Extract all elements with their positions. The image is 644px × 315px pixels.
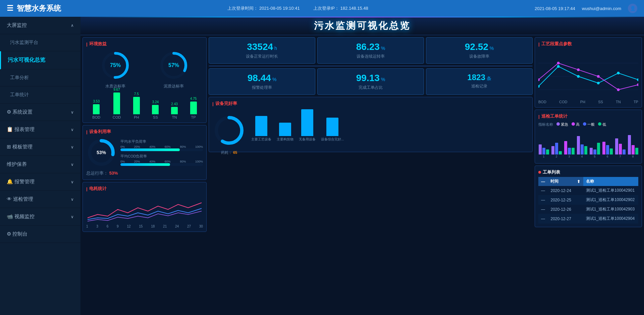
bar-bod: 3.53 BOD (92, 100, 100, 119)
bar-tp: 4.75 TP (190, 97, 197, 119)
sidebar-item-workorder-stats[interactable]: 工单统计 (0, 86, 80, 104)
stat-inspection-record: 1823 条 巡检记录 (426, 68, 533, 95)
stat-alarm-number: 98.44 (248, 73, 271, 83)
sidebar-item-sewage-monitor[interactable]: 污水监测平台 (0, 34, 80, 51)
top-stats: 33524 h 设备正常运行时长 86.23 % 设备连续运转率 92.52 %… (209, 37, 533, 64)
app-title: 智慧水务系统 (17, 3, 61, 13)
user-email: wushui@admin.com (582, 6, 621, 11)
env-panel-title: 环境效益 (86, 41, 203, 47)
svg-text:75%: 75% (110, 62, 121, 68)
stat-fault: 92.52 % 设备故障率 (426, 37, 533, 64)
electric-x-labels: 136912151821242730 (86, 225, 203, 228)
sidebar-arrow-report: ∨ (71, 127, 74, 132)
svg-point-39 (597, 82, 600, 84)
equip-complete-title: 设备完好率 (212, 101, 529, 107)
inspection-panel-title: 巡检工单统计 (538, 113, 638, 119)
stat-fault-number: 92.52 (465, 42, 488, 52)
sludge-quality-svg: 57% (159, 50, 189, 80)
equip-bars: 主要工艺设备 主要构筑物 无备用设备 (251, 109, 529, 142)
sludge-quality-circle: 57% 泥质达标率 (159, 50, 189, 89)
device-panel-title: 设备利用率 (86, 129, 203, 135)
avg-cod-label: 平均COD负荷率 (120, 154, 203, 159)
bar-tn: 2.43 TN (171, 102, 178, 119)
sidebar-item-inspection-management[interactable]: 👁 巡检管理 ∨ (0, 191, 80, 208)
stat-alarm-label: 报警处理率 (213, 85, 311, 90)
sidebar-item-bigscreen[interactable]: 大屏监控 ∧ (0, 17, 80, 34)
stat-insp-label: 巡检记录 (430, 83, 528, 89)
sidebar-item-workorder-analysis[interactable]: 工单分析 (0, 69, 80, 86)
table-row[interactable]: — 2020-12-26 测试1_巡检工单100042903 (538, 205, 638, 214)
total-rate: 总运行率： 53% (86, 170, 203, 176)
svg-text:57%: 57% (168, 62, 179, 68)
stat-workorder-ratio: 99.13 % 完成工单占比 (317, 68, 424, 95)
equip-donut: 药耗： 65 (212, 114, 246, 148)
stat-runtime-number: 33524 (247, 42, 273, 52)
sidebar-arrow-settings: ∨ (71, 110, 74, 115)
stat-wo-label: 完成工单占比 (322, 85, 420, 90)
page-title-bar: 污水监测可视化总览 (80, 17, 644, 35)
sidebar-item-maintenance[interactable]: 维护保养 ∨ (0, 156, 80, 173)
stat-fault-label: 设备故障率 (430, 54, 528, 59)
svg-point-44 (577, 68, 580, 71)
bar-ph: 7.5 PH (133, 92, 140, 119)
menu-icon[interactable]: ☰ (7, 4, 13, 13)
workorder-list-title: 工单列表 (543, 169, 560, 175)
device-gauge: 53% (86, 137, 116, 168)
sidebar-item-video-monitor[interactable]: 📹 视频监控 ∨ (0, 208, 80, 226)
sidebar-item-report-management[interactable]: 📋 报表管理 ∨ (0, 121, 80, 138)
sidebar-item-visualization[interactable]: 污水可视化总览 (0, 51, 80, 69)
bar-cod: 9.67 COD (113, 88, 121, 119)
table-row[interactable]: — 2020-12-24 测试1_巡检工单100042901 (538, 186, 638, 195)
sidebar-item-control-panel[interactable]: ⚙ 控制台 (0, 226, 80, 243)
water-quality-circle: 75% 水质达标率 (100, 50, 130, 89)
header: ☰ 智慧水务系统 上次登录时间： 2021-08-05 19:10:41 上次登… (0, 0, 644, 17)
svg-point-43 (557, 62, 560, 64)
key-params-chart (538, 50, 638, 100)
svg-point-45 (597, 75, 600, 78)
bottom-stats: 98.44 % 报警处理率 99.13 % 完成工单占比 1823 条 巡检记录 (209, 68, 533, 95)
wo-col-dash: — (538, 177, 548, 186)
equip-bar-overall: 设备综合完好... (321, 118, 344, 142)
page-title: 污水监测可视化总览 (314, 20, 411, 31)
main-layout: 大屏监控 ∧ 污水监测平台 污水可视化总览 工单分析 工单统计 ⚙ 系统设置 ∨… (0, 17, 644, 315)
table-row[interactable]: — 2020-12-25 测试1_巡检工单100042902 (538, 195, 638, 205)
sludge-quality-label: 泥质达标率 (159, 83, 189, 89)
current-datetime: 2021-08-05 19:17:44 (535, 6, 575, 11)
workorder-table: — 时间 ⬆ 名称 — 2020-12-24 测试1_巡检工单 (538, 177, 638, 224)
sidebar-item-template-management[interactable]: ⊞ 模板管理 ∨ (0, 138, 80, 156)
stat-wo-number: 99.13 (356, 73, 380, 83)
workorder-list-dot (538, 171, 541, 174)
env-panel: 环境效益 75% 水质达标率 (83, 37, 207, 123)
key-params-panel: 工艺段重点参数 (535, 37, 642, 108)
table-row[interactable]: — 2020-12-27 测试1_巡检工单100042904 (538, 214, 638, 224)
map-area: + — (209, 66, 533, 66)
electric-chart (86, 194, 203, 225)
main-content: 污水监测可视化总览 环境效益 75% 水质达 (80, 17, 644, 315)
svg-point-37 (557, 65, 560, 68)
device-utilization-panel: 设备利用率 53% 平均水平负荷率 (83, 125, 207, 180)
circles-row: 75% 水质达标率 57% 泥质达标率 (86, 50, 203, 89)
water-quality-svg: 75% (100, 50, 130, 80)
last-login-ip: 上次登录IP： 182.148.15.48 (313, 5, 368, 11)
avatar[interactable]: 👤 (628, 4, 637, 13)
svg-point-38 (577, 75, 580, 78)
header-info: 上次登录时间： 2021-08-05 19:10:41 上次登录IP： 182.… (227, 5, 368, 11)
sidebar-arrow-inspection: ∨ (71, 197, 74, 202)
env-bar-chart: 3.53 BOD 9.67 COD 7.5 PH (86, 92, 203, 119)
wo-col-name: 名称 (583, 177, 638, 186)
bar-ss: 3.24 SS (152, 100, 159, 119)
equip-bar-nobackup: 无备用设备 (299, 109, 316, 142)
header-title: ☰ 智慧水务系统 (7, 3, 61, 13)
electric-panel: 电耗统计 136912151821242730 (83, 182, 207, 232)
electric-panel-title: 电耗统计 (86, 186, 203, 192)
sidebar-item-alarm-management[interactable]: 🔔 报警管理 ∨ (0, 173, 80, 191)
svg-point-46 (617, 88, 620, 91)
stat-runtime-label: 设备正常运行时长 (213, 54, 311, 59)
equipment-completeness-panel: 设备完好率 药耗： 65 (209, 97, 533, 152)
stat-insp-number: 1823 (467, 73, 485, 82)
stat-runtime: 33524 h 设备正常运行时长 (209, 37, 315, 64)
last-login-time: 上次登录时间： 2021-08-05 19:10:41 (227, 5, 300, 11)
wo-col-sort[interactable]: ⬆ (574, 177, 583, 186)
progress-bars: 平均水平负荷率 0%20%40%60%80%100% 平均COD负荷率 0%20… (120, 139, 203, 166)
sidebar-item-system-settings[interactable]: ⚙ 系统设置 ∨ (0, 104, 80, 121)
